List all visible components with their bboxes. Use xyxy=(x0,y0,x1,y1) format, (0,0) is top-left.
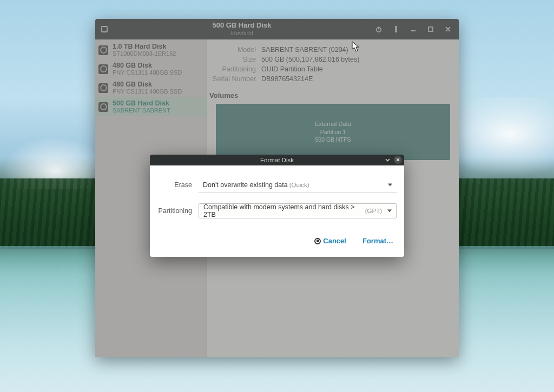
disk-model: SABRENT SABRENT xyxy=(113,107,170,114)
value-model: SABRENT SABRENT (0204) xyxy=(261,46,348,54)
erase-suffix: (Quick) xyxy=(289,182,309,188)
cancel-button[interactable]: Cancel xyxy=(314,237,346,245)
volume-partition[interactable]: External Data Partition 1 500 GB NTFS xyxy=(216,104,450,160)
radio-indicator-icon xyxy=(314,238,321,244)
disk-name: 1.0 TB Hard Disk xyxy=(113,43,176,50)
erase-dropdown[interactable]: Don't overwrite existing data (Quick) xyxy=(199,177,397,192)
volume-partition-label: Partition 1 xyxy=(315,128,351,136)
disk-model: PNY CS1311 480GB SSD xyxy=(113,88,182,95)
hard-disk-icon xyxy=(98,83,108,93)
volumes-heading: Volumes xyxy=(209,91,450,99)
format-label: Format… xyxy=(362,237,393,245)
app-menu-button[interactable] xyxy=(95,25,114,33)
close-button[interactable] xyxy=(439,19,457,39)
disk-name: 480 GB Disk xyxy=(113,81,182,88)
minimize-button[interactable] xyxy=(405,19,422,39)
chevron-down-icon[interactable] xyxy=(384,156,392,164)
value-partitioning: GUID Partition Table xyxy=(261,65,323,73)
partitioning-dropdown[interactable]: Compatible with modern systems and hard … xyxy=(199,203,397,218)
hard-disk-icon xyxy=(98,102,108,112)
disk-name: 500 GB Hard Disk xyxy=(113,99,170,107)
svg-rect-0 xyxy=(102,26,107,32)
svg-point-5 xyxy=(395,31,397,32)
dialog-close-button[interactable] xyxy=(394,156,402,164)
maximize-button[interactable] xyxy=(422,19,439,39)
partitioning-value: Compatible with modern systems and hard … xyxy=(203,203,364,218)
format-disk-dialog: Format Disk Erase Don't overwrite existi… xyxy=(150,155,404,257)
dialog-title-text: Format Disk xyxy=(260,157,294,163)
svg-point-4 xyxy=(395,29,397,30)
hard-disk-icon xyxy=(98,64,108,74)
desktop-wallpaper: 500 GB Hard Disk /dev/sdd xyxy=(0,0,554,392)
disk-model: PNY CS1311 480GB SSD xyxy=(113,69,182,76)
cancel-label: Cancel xyxy=(323,237,346,245)
sidebar-disk-item-selected[interactable]: 500 GB Hard Disk SABRENT SABRENT xyxy=(95,97,207,116)
partitioning-suffix: (GPT) xyxy=(365,208,382,214)
disk-model: ST1000DM003-1ER162 xyxy=(113,50,176,57)
disk-name: 480 GB Disk xyxy=(113,62,182,69)
value-serial: DB9876543214E xyxy=(261,75,313,83)
label-size: Size xyxy=(209,56,261,63)
sidebar-disk-item[interactable]: 1.0 TB Hard Disk ST1000DM003-1ER162 xyxy=(95,41,207,59)
volume-filesystem: 500 GB NTFS xyxy=(315,136,351,143)
label-partitioning: Partitioning xyxy=(209,65,261,73)
label-serial: Serial Number xyxy=(209,75,261,83)
erase-label: Erase xyxy=(155,181,199,189)
svg-rect-7 xyxy=(428,27,433,31)
power-icon[interactable] xyxy=(370,19,387,39)
sidebar-disk-item[interactable]: 480 GB Disk PNY CS1311 480GB SSD xyxy=(95,59,207,78)
window-title: 500 GB Hard Disk xyxy=(114,22,370,30)
caret-down-icon xyxy=(387,210,392,212)
label-model: Model xyxy=(209,46,261,54)
format-button[interactable]: Format… xyxy=(362,237,393,245)
svg-point-3 xyxy=(395,26,397,28)
hard-disk-icon xyxy=(98,45,108,55)
window-subtitle: /dev/sdd xyxy=(114,30,370,37)
caret-down-icon xyxy=(388,183,392,186)
value-size: 500 GB (500,107,862,016 bytes) xyxy=(261,56,359,63)
erase-value: Don't overwrite existing data xyxy=(203,181,288,189)
sidebar-disk-item[interactable]: 480 GB Disk PNY CS1311 480GB SSD xyxy=(95,78,207,97)
dialog-titlebar: Format Disk xyxy=(150,155,404,165)
kebab-menu-icon[interactable] xyxy=(387,19,405,39)
volume-name: External Data xyxy=(315,120,351,128)
titlebar: 500 GB Hard Disk /dev/sdd xyxy=(95,19,459,39)
partitioning-label: Partitioning xyxy=(155,207,199,215)
